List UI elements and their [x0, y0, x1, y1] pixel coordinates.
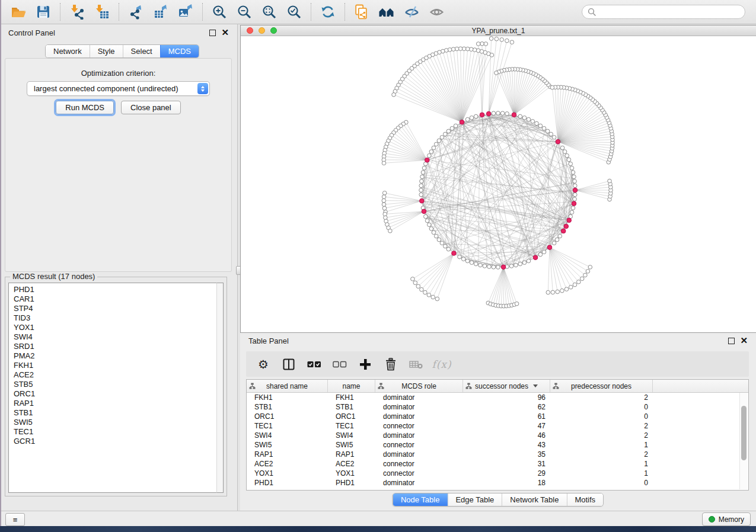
export-network-button[interactable] — [123, 2, 148, 22]
delete-table-button[interactable] — [409, 357, 423, 371]
table-settings-button[interactable]: ⚙ — [256, 357, 270, 371]
mcds-result-list[interactable]: PHD1CAR1STP4TID3YOX1SWI4SRD1PMA2FKH1ACE2… — [8, 283, 216, 493]
table-cell: 61 — [463, 412, 550, 421]
export-table-button[interactable] — [148, 2, 173, 22]
float-panel-icon[interactable] — [209, 30, 216, 36]
tab-style[interactable]: Style — [90, 45, 123, 57]
import-table-button[interactable] — [90, 2, 114, 22]
mcds-result-item[interactable]: PHD1 — [14, 285, 216, 294]
column-header-mcds-role[interactable]: MCDS role — [375, 380, 463, 392]
show-all-button[interactable] — [424, 2, 449, 22]
table-scrollbar[interactable] — [739, 393, 748, 489]
tab-select[interactable]: Select — [123, 45, 160, 57]
mcds-result-item[interactable]: SWI4 — [14, 332, 216, 342]
mcds-result-item[interactable]: STP4 — [14, 304, 216, 313]
function-builder-button[interactable]: f(x) — [435, 357, 449, 371]
table-row[interactable]: PHD1PHD1dominator180 — [247, 478, 748, 488]
tab-network[interactable]: Network — [46, 45, 90, 57]
float-table-panel-icon[interactable] — [728, 338, 735, 344]
table-cell: 2 — [550, 431, 653, 440]
tab-motifs[interactable]: Motifs — [566, 493, 603, 506]
tab-edge-table[interactable]: Edge Table — [447, 493, 502, 506]
window-close-light[interactable] — [247, 27, 253, 34]
mcds-result-item[interactable]: TID3 — [14, 313, 216, 323]
table-row[interactable]: ACE2ACE2connector311 — [247, 459, 748, 469]
export-image-button[interactable] — [173, 2, 198, 22]
zoom-fit-button[interactable] — [257, 2, 282, 22]
control-panel-tabs: NetworkStyleSelectMCDS — [45, 44, 199, 58]
gear-icon: ⚙ — [258, 358, 269, 371]
table-cell: dominator — [375, 393, 463, 402]
search-input[interactable] — [600, 7, 739, 17]
delete-table-icon — [409, 360, 423, 369]
task-history-button[interactable]: ≡ — [5, 513, 25, 526]
zoom-in-button[interactable] — [207, 2, 232, 22]
new-network-from-selection-button[interactable] — [349, 2, 374, 22]
table-cell: 1 — [550, 469, 653, 477]
table-row[interactable]: RAP1RAP1dominator352 — [247, 450, 748, 459]
network-canvas[interactable] — [241, 36, 755, 332]
column-header-successor-nodes[interactable]: successor nodes — [463, 380, 550, 392]
delete-columns-button[interactable] — [384, 357, 398, 371]
import-network-icon — [69, 4, 85, 20]
table-cell: ORC1 — [328, 412, 375, 421]
close-table-panel-icon[interactable]: ✕ — [740, 338, 748, 344]
table-cell: SWI5 — [247, 441, 328, 449]
network-window-titlebar[interactable]: YPA_prune.txt_1 — [241, 25, 756, 36]
deselect-all-rows-button[interactable] — [333, 357, 347, 371]
add-column-button[interactable] — [358, 357, 372, 371]
duplicate-network-icon — [354, 4, 369, 20]
table-row[interactable]: SWI5SWI5connector431 — [247, 440, 748, 450]
column-header-name[interactable]: name — [328, 380, 375, 392]
mcds-result-item[interactable]: SWI5 — [14, 418, 216, 427]
mcds-result-item[interactable]: RAP1 — [14, 399, 216, 408]
column-header-shared-name[interactable]: shared name — [247, 380, 328, 392]
hide-selected-button[interactable] — [399, 2, 424, 22]
mcds-result-item[interactable]: SRD1 — [14, 342, 216, 351]
table-cell: 2 — [550, 393, 653, 402]
tab-network-table[interactable]: Network Table — [502, 493, 566, 506]
memory-button[interactable]: Memory — [702, 512, 751, 526]
table-columns-button[interactable] — [282, 357, 296, 371]
table-row[interactable]: TEC1TEC1connector472 — [247, 421, 748, 431]
window-minimize-light[interactable] — [259, 27, 265, 34]
open-file-button[interactable] — [6, 2, 31, 22]
mcds-result-item[interactable]: FKH1 — [14, 361, 216, 370]
mcds-result-scrollbar[interactable] — [216, 283, 224, 493]
mcds-result-item[interactable]: GCR1 — [14, 437, 216, 446]
mcds-result-item[interactable]: TEC1 — [14, 427, 216, 437]
mcds-result-item[interactable]: STB5 — [14, 380, 216, 389]
table-row[interactable]: YOX1YOX1connector291 — [247, 469, 748, 478]
first-neighbors-button[interactable] — [374, 2, 399, 22]
tab-mcds[interactable]: MCDS — [160, 45, 199, 57]
table-row[interactable]: ORC1ORC1dominator610 — [247, 412, 748, 421]
save-session-button[interactable] — [31, 2, 56, 22]
window-zoom-light[interactable] — [270, 27, 277, 34]
table-scrollbar-thumb[interactable] — [741, 406, 747, 460]
table-cell: ACE2 — [328, 460, 375, 468]
mcds-result-item[interactable]: PMA2 — [14, 351, 216, 361]
criterion-select[interactable]: largest connected component (undirected) — [27, 81, 210, 96]
table-row[interactable]: SWI4SWI4dominator462 — [247, 431, 748, 440]
apply-layout-button[interactable] — [315, 2, 340, 22]
mcds-result-item[interactable]: CAR1 — [14, 294, 216, 304]
table-cell: 1 — [550, 460, 653, 468]
table-cell: TEC1 — [328, 422, 375, 430]
close-mcds-panel-button[interactable]: Close panel — [121, 101, 181, 114]
zoom-selected-button[interactable] — [282, 2, 307, 22]
import-network-button[interactable] — [65, 2, 90, 22]
zoom-out-button[interactable] — [232, 2, 257, 22]
run-mcds-button[interactable]: Run MCDS — [56, 101, 114, 114]
select-all-rows-button[interactable] — [307, 357, 321, 371]
close-panel-icon[interactable]: ✕ — [221, 30, 229, 36]
mcds-result-item[interactable]: ACE2 — [14, 370, 216, 380]
table-row[interactable]: FKH1FKH1dominator962 — [247, 393, 748, 402]
column-header-predecessor-nodes[interactable]: predecessor nodes — [550, 380, 653, 392]
table-cell: 2 — [550, 422, 653, 430]
mcds-result-item[interactable]: YOX1 — [14, 323, 216, 332]
mcds-result-item[interactable]: ORC1 — [14, 389, 216, 399]
tab-node-table[interactable]: Node Table — [393, 493, 448, 506]
mcds-result-item[interactable]: STB1 — [14, 408, 216, 418]
table-row[interactable]: STB1STB1dominator620 — [247, 402, 748, 412]
table-cell: SWI5 — [328, 441, 375, 449]
